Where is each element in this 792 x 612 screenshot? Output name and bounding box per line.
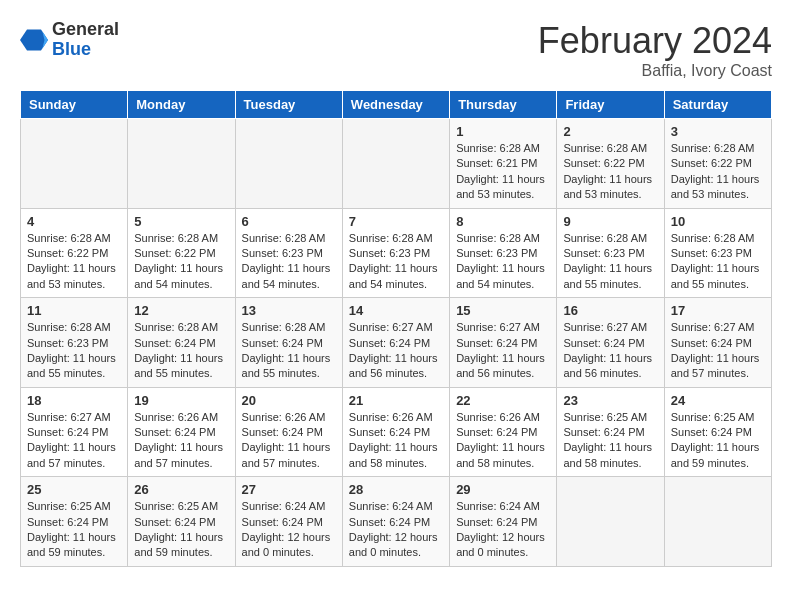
day-info: Sunrise: 6:26 AM Sunset: 6:24 PM Dayligh…: [349, 410, 443, 472]
day-info: Sunrise: 6:28 AM Sunset: 6:24 PM Dayligh…: [242, 320, 336, 382]
day-info: Sunrise: 6:28 AM Sunset: 6:22 PM Dayligh…: [134, 231, 228, 293]
day-info: Sunrise: 6:26 AM Sunset: 6:24 PM Dayligh…: [456, 410, 550, 472]
calendar-cell: 18Sunrise: 6:27 AM Sunset: 6:24 PM Dayli…: [21, 387, 128, 477]
calendar-week-row: 1Sunrise: 6:28 AM Sunset: 6:21 PM Daylig…: [21, 119, 772, 209]
calendar-cell: 6Sunrise: 6:28 AM Sunset: 6:23 PM Daylig…: [235, 208, 342, 298]
calendar-cell: 7Sunrise: 6:28 AM Sunset: 6:23 PM Daylig…: [342, 208, 449, 298]
day-number: 29: [456, 482, 550, 497]
day-info: Sunrise: 6:27 AM Sunset: 6:24 PM Dayligh…: [563, 320, 657, 382]
day-info: Sunrise: 6:28 AM Sunset: 6:23 PM Dayligh…: [563, 231, 657, 293]
calendar-cell: 3Sunrise: 6:28 AM Sunset: 6:22 PM Daylig…: [664, 119, 771, 209]
day-number: 12: [134, 303, 228, 318]
svg-marker-0: [20, 29, 48, 50]
calendar-cell: 22Sunrise: 6:26 AM Sunset: 6:24 PM Dayli…: [450, 387, 557, 477]
calendar-cell: 4Sunrise: 6:28 AM Sunset: 6:22 PM Daylig…: [21, 208, 128, 298]
day-number: 9: [563, 214, 657, 229]
day-number: 16: [563, 303, 657, 318]
day-info: Sunrise: 6:25 AM Sunset: 6:24 PM Dayligh…: [671, 410, 765, 472]
calendar-cell: 26Sunrise: 6:25 AM Sunset: 6:24 PM Dayli…: [128, 477, 235, 567]
calendar-cell: 5Sunrise: 6:28 AM Sunset: 6:22 PM Daylig…: [128, 208, 235, 298]
weekday-header-wednesday: Wednesday: [342, 91, 449, 119]
calendar-cell: 15Sunrise: 6:27 AM Sunset: 6:24 PM Dayli…: [450, 298, 557, 388]
calendar-cell: 1Sunrise: 6:28 AM Sunset: 6:21 PM Daylig…: [450, 119, 557, 209]
calendar-cell: 19Sunrise: 6:26 AM Sunset: 6:24 PM Dayli…: [128, 387, 235, 477]
calendar-cell: 21Sunrise: 6:26 AM Sunset: 6:24 PM Dayli…: [342, 387, 449, 477]
logo-general: General: [52, 20, 119, 40]
calendar-cell: [557, 477, 664, 567]
calendar-subtitle: Baffia, Ivory Coast: [538, 62, 772, 80]
calendar-cell: 2Sunrise: 6:28 AM Sunset: 6:22 PM Daylig…: [557, 119, 664, 209]
calendar-cell: 8Sunrise: 6:28 AM Sunset: 6:23 PM Daylig…: [450, 208, 557, 298]
day-number: 10: [671, 214, 765, 229]
day-info: Sunrise: 6:24 AM Sunset: 6:24 PM Dayligh…: [456, 499, 550, 561]
calendar-cell: 20Sunrise: 6:26 AM Sunset: 6:24 PM Dayli…: [235, 387, 342, 477]
logo-text: General Blue: [52, 20, 119, 60]
calendar-cell: 9Sunrise: 6:28 AM Sunset: 6:23 PM Daylig…: [557, 208, 664, 298]
day-number: 22: [456, 393, 550, 408]
day-info: Sunrise: 6:28 AM Sunset: 6:23 PM Dayligh…: [456, 231, 550, 293]
day-info: Sunrise: 6:26 AM Sunset: 6:24 PM Dayligh…: [242, 410, 336, 472]
weekday-header-monday: Monday: [128, 91, 235, 119]
day-number: 19: [134, 393, 228, 408]
day-info: Sunrise: 6:27 AM Sunset: 6:24 PM Dayligh…: [27, 410, 121, 472]
day-number: 2: [563, 124, 657, 139]
weekday-header-thursday: Thursday: [450, 91, 557, 119]
day-info: Sunrise: 6:24 AM Sunset: 6:24 PM Dayligh…: [242, 499, 336, 561]
day-info: Sunrise: 6:28 AM Sunset: 6:22 PM Dayligh…: [671, 141, 765, 203]
day-number: 18: [27, 393, 121, 408]
calendar-cell: 11Sunrise: 6:28 AM Sunset: 6:23 PM Dayli…: [21, 298, 128, 388]
calendar-cell: 17Sunrise: 6:27 AM Sunset: 6:24 PM Dayli…: [664, 298, 771, 388]
day-number: 25: [27, 482, 121, 497]
day-number: 14: [349, 303, 443, 318]
day-info: Sunrise: 6:25 AM Sunset: 6:24 PM Dayligh…: [563, 410, 657, 472]
day-number: 4: [27, 214, 121, 229]
day-info: Sunrise: 6:28 AM Sunset: 6:23 PM Dayligh…: [349, 231, 443, 293]
day-info: Sunrise: 6:28 AM Sunset: 6:22 PM Dayligh…: [27, 231, 121, 293]
calendar-cell: 28Sunrise: 6:24 AM Sunset: 6:24 PM Dayli…: [342, 477, 449, 567]
calendar-cell: [664, 477, 771, 567]
day-number: 3: [671, 124, 765, 139]
calendar-cell: 25Sunrise: 6:25 AM Sunset: 6:24 PM Dayli…: [21, 477, 128, 567]
calendar-week-row: 11Sunrise: 6:28 AM Sunset: 6:23 PM Dayli…: [21, 298, 772, 388]
day-info: Sunrise: 6:27 AM Sunset: 6:24 PM Dayligh…: [349, 320, 443, 382]
calendar-table: SundayMondayTuesdayWednesdayThursdayFrid…: [20, 90, 772, 567]
weekday-header-friday: Friday: [557, 91, 664, 119]
calendar-week-row: 25Sunrise: 6:25 AM Sunset: 6:24 PM Dayli…: [21, 477, 772, 567]
day-info: Sunrise: 6:27 AM Sunset: 6:24 PM Dayligh…: [671, 320, 765, 382]
weekday-header-saturday: Saturday: [664, 91, 771, 119]
calendar-cell: [342, 119, 449, 209]
calendar-cell: 14Sunrise: 6:27 AM Sunset: 6:24 PM Dayli…: [342, 298, 449, 388]
calendar-cell: 29Sunrise: 6:24 AM Sunset: 6:24 PM Dayli…: [450, 477, 557, 567]
calendar-cell: 27Sunrise: 6:24 AM Sunset: 6:24 PM Dayli…: [235, 477, 342, 567]
day-info: Sunrise: 6:28 AM Sunset: 6:23 PM Dayligh…: [671, 231, 765, 293]
day-number: 15: [456, 303, 550, 318]
day-number: 27: [242, 482, 336, 497]
day-info: Sunrise: 6:28 AM Sunset: 6:24 PM Dayligh…: [134, 320, 228, 382]
calendar-cell: [128, 119, 235, 209]
title-block: February 2024 Baffia, Ivory Coast: [538, 20, 772, 80]
calendar-cell: 16Sunrise: 6:27 AM Sunset: 6:24 PM Dayli…: [557, 298, 664, 388]
weekday-header-tuesday: Tuesday: [235, 91, 342, 119]
day-number: 7: [349, 214, 443, 229]
weekday-header-sunday: Sunday: [21, 91, 128, 119]
day-info: Sunrise: 6:28 AM Sunset: 6:23 PM Dayligh…: [27, 320, 121, 382]
day-number: 8: [456, 214, 550, 229]
day-info: Sunrise: 6:25 AM Sunset: 6:24 PM Dayligh…: [134, 499, 228, 561]
day-number: 13: [242, 303, 336, 318]
day-number: 1: [456, 124, 550, 139]
day-number: 21: [349, 393, 443, 408]
logo-icon: [20, 26, 48, 54]
logo: General Blue: [20, 20, 119, 60]
day-info: Sunrise: 6:24 AM Sunset: 6:24 PM Dayligh…: [349, 499, 443, 561]
calendar-cell: 24Sunrise: 6:25 AM Sunset: 6:24 PM Dayli…: [664, 387, 771, 477]
day-info: Sunrise: 6:28 AM Sunset: 6:23 PM Dayligh…: [242, 231, 336, 293]
day-info: Sunrise: 6:25 AM Sunset: 6:24 PM Dayligh…: [27, 499, 121, 561]
calendar-week-row: 4Sunrise: 6:28 AM Sunset: 6:22 PM Daylig…: [21, 208, 772, 298]
day-info: Sunrise: 6:28 AM Sunset: 6:21 PM Dayligh…: [456, 141, 550, 203]
day-number: 20: [242, 393, 336, 408]
weekday-header-row: SundayMondayTuesdayWednesdayThursdayFrid…: [21, 91, 772, 119]
page-header: General Blue February 2024 Baffia, Ivory…: [20, 20, 772, 80]
logo-blue: Blue: [52, 40, 119, 60]
calendar-cell: 12Sunrise: 6:28 AM Sunset: 6:24 PM Dayli…: [128, 298, 235, 388]
calendar-cell: [235, 119, 342, 209]
